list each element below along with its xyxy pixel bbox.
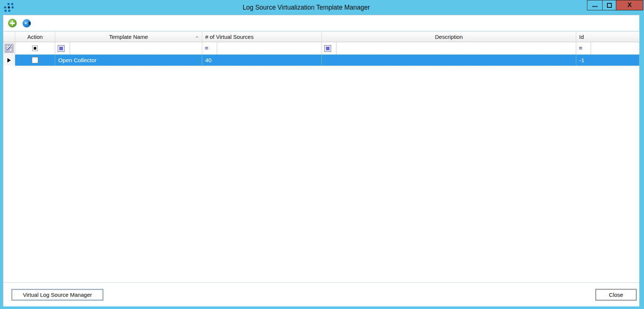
column-header-label: # of Virtual Sources [205,34,254,40]
column-header-label: Id [579,34,584,40]
filter-icon [5,44,13,53]
close-icon: X [627,1,631,9]
close-footer-button[interactable]: Close [595,289,637,300]
current-row-indicator-icon [7,58,11,63]
description-filter-checkbox[interactable] [324,45,331,52]
maximize-icon [607,3,612,8]
column-header-id[interactable]: Id [576,31,640,42]
column-header-label: Description [435,34,463,40]
template-name-cell[interactable]: Open Collector [55,54,202,66]
column-header-template-name[interactable]: Template Name [55,31,202,42]
filter-row-selector[interactable] [3,42,15,54]
titlebar: Log Source Virtualization Template Manag… [0,0,644,15]
action-cell[interactable] [15,54,55,66]
grid-header-row: Action Template Name # of Virtual Source… [3,31,640,42]
virtual-sources-cell[interactable]: 40 [202,54,322,66]
action-filter-cell[interactable] [15,42,55,54]
virtual-sources-filter-operator[interactable]: = [205,46,208,51]
description-filter-cell[interactable] [322,42,576,54]
template-name-filter-cell[interactable] [55,42,202,54]
add-icon [8,19,17,27]
column-header-label: Action [27,34,43,40]
id-filter-cell[interactable]: = [576,42,640,54]
maximize-button[interactable] [602,0,616,10]
row-selector[interactable] [3,54,15,66]
id-cell[interactable]: -1 [576,54,640,66]
refresh-button[interactable] [22,19,31,28]
filter-row: = = [3,42,640,54]
id-filter-operator[interactable]: = [579,46,582,51]
add-template-button[interactable] [7,19,17,28]
toolbar [3,15,639,31]
table-row[interactable]: Open Collector 40 -1 [3,54,640,66]
action-filter-checkbox[interactable] [32,46,38,51]
window-controls: X [587,0,643,10]
virtual-sources-filter-cell[interactable]: = [202,42,322,54]
refresh-icon [23,19,31,27]
column-header-label: Template Name [109,34,148,40]
selector-column-header [3,31,15,42]
minimize-button[interactable] [587,0,602,10]
minimize-icon [592,6,598,7]
template-grid: Action Template Name # of Virtual Source… [3,31,640,66]
footer: Virtual Log Source Manager Close [3,283,639,306]
template-name-filter-checkbox[interactable] [58,45,64,52]
client-area: Action Template Name # of Virtual Source… [3,15,640,306]
column-header-description[interactable]: Description [322,31,576,42]
window-title: Log Source Virtualization Template Manag… [0,0,613,15]
sort-ascending-icon [195,36,199,38]
close-button[interactable]: X [616,0,643,10]
action-checkbox[interactable] [32,57,38,63]
window: Log Source Virtualization Template Manag… [0,0,644,309]
virtual-log-source-manager-button[interactable]: Virtual Log Source Manager [11,289,103,300]
description-cell[interactable] [322,54,576,66]
column-header-action[interactable]: Action [15,31,55,42]
column-header-virtual-sources[interactable]: # of Virtual Sources [202,31,322,42]
